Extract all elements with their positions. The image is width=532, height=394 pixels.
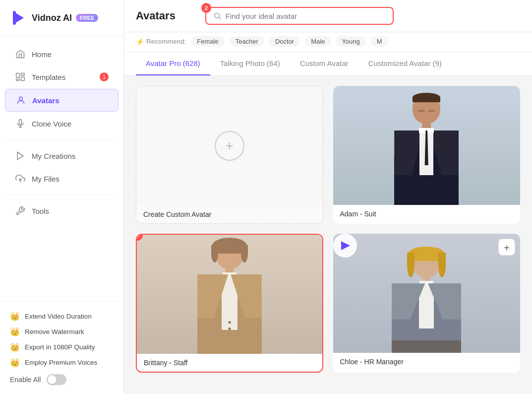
chloe-hr-img: ＋ xyxy=(333,234,521,353)
adam-suit-img xyxy=(333,86,521,205)
svg-rect-2 xyxy=(16,73,20,77)
sidebar-item-clone-voice-label: Clone Voice xyxy=(32,120,71,128)
plus-icon: + xyxy=(215,131,244,161)
chloe-body xyxy=(392,283,461,353)
remove-watermark-label: Remove Watermark xyxy=(25,328,84,335)
remove-watermark-item[interactable]: 👑 Remove Watermark xyxy=(10,324,114,339)
recommend-tag-doctor[interactable]: Doctor xyxy=(269,36,300,47)
sidebar-item-tools[interactable]: Tools xyxy=(5,200,118,222)
tab-talking-photo[interactable]: Talking Photo (64) xyxy=(210,52,290,75)
main-header: Avatars 2 xyxy=(124,0,532,32)
adam-person-bg xyxy=(333,86,521,205)
svg-point-12 xyxy=(215,13,220,18)
avatar-grid-container: + Create Custom Avatar xyxy=(124,76,532,394)
recommend-tag-male[interactable]: Male xyxy=(305,36,331,47)
tab-custom-avatar[interactable]: Custom Avatar xyxy=(290,52,358,75)
brittany-person-bg xyxy=(137,235,322,354)
brittany-staff-label: Brittany - Staff xyxy=(137,354,322,372)
sidebar-nav: Home Templates 1 Avata xyxy=(0,36,123,301)
chloe-hr-label: Chloe - HR Manager xyxy=(333,353,521,371)
tabs-bar: Avatar Pro (628) Talking Photo (64) Cust… xyxy=(124,52,532,76)
enable-all-label: Enable All xyxy=(10,376,41,384)
svg-rect-1 xyxy=(13,11,16,25)
sidebar-item-tools-label: Tools xyxy=(32,207,49,215)
crown-icon-1: 👑 xyxy=(10,312,20,321)
adam-suit-card[interactable]: Adam - Suit xyxy=(333,86,521,224)
recommend-tag-m[interactable]: M xyxy=(371,36,388,47)
svg-rect-3 xyxy=(21,73,25,75)
export-1080p-label: Export in 1080P Quality xyxy=(25,343,95,351)
enable-all-row: Enable All xyxy=(10,370,114,385)
premium-voices-item[interactable]: 👑 Employ Premium Voices xyxy=(10,355,114,370)
chloe-silhouette xyxy=(392,249,461,353)
svg-rect-7 xyxy=(19,120,22,125)
avatars-icon xyxy=(15,95,26,106)
sidebar-item-avatars[interactable]: Avatars xyxy=(5,89,118,112)
recommend-tag-female[interactable]: Female xyxy=(191,36,224,47)
sidebar-item-templates-label: Templates xyxy=(32,73,65,81)
crown-icon-2: 👑 xyxy=(10,327,20,336)
home-icon xyxy=(15,49,26,60)
recommend-tag-young[interactable]: Young xyxy=(336,36,365,47)
export-1080p-item[interactable]: 👑 Export in 1080P Quality xyxy=(10,339,114,355)
recommend-bar: ⚡ Recommend: Female Teacher Doctor Male … xyxy=(124,32,532,52)
sidebar-item-my-creations-label: My Creations xyxy=(32,152,75,160)
search-box[interactable]: 2 xyxy=(205,7,394,25)
extend-video-item[interactable]: 👑 Extend Video Duration xyxy=(10,309,114,324)
tab-avatar-pro[interactable]: Avatar Pro (628) xyxy=(136,52,210,75)
templates-badge: 1 xyxy=(100,72,109,81)
svg-point-6 xyxy=(19,97,23,100)
clone-voice-icon xyxy=(15,118,26,129)
lightning-icon: ⚡ xyxy=(136,38,144,46)
logo-area: Vidnoz AI FREE xyxy=(0,0,123,36)
recommend-tag-teacher[interactable]: Teacher xyxy=(230,36,264,47)
tools-icon xyxy=(15,205,26,216)
logo-text: Vidnoz AI xyxy=(32,13,72,23)
create-custom-avatar-label: Create Custom Avatar xyxy=(136,205,323,223)
templates-icon xyxy=(15,71,26,82)
create-custom-avatar-card[interactable]: + Create Custom Avatar xyxy=(136,86,323,224)
sidebar-item-clone-voice[interactable]: Clone Voice xyxy=(5,113,118,134)
my-creations-icon xyxy=(15,150,26,161)
sidebar-item-avatars-label: Avatars xyxy=(32,96,59,105)
sidebar-item-my-creations[interactable]: My Creations xyxy=(5,145,118,167)
sidebar-bottom: 👑 Extend Video Duration 👑 Remove Waterma… xyxy=(0,301,123,394)
svg-line-13 xyxy=(219,17,221,19)
enable-all-toggle[interactable] xyxy=(47,374,66,385)
chloe-head xyxy=(413,249,440,277)
search-badge: 2 xyxy=(201,3,211,13)
brittany-body xyxy=(197,274,262,354)
avatar-grid: + Create Custom Avatar xyxy=(136,86,520,373)
sidebar-item-home-label: Home xyxy=(32,50,52,59)
crown-icon-4: 👑 xyxy=(10,358,20,367)
tab-customized-avatar[interactable]: Customized Avatar (9) xyxy=(358,52,452,75)
brittany-silhouette xyxy=(197,240,262,354)
search-icon xyxy=(213,11,222,20)
sidebar-item-home[interactable]: Home xyxy=(5,43,118,65)
page-title: Avatars xyxy=(136,9,195,22)
sidebar-divider-2 xyxy=(7,195,116,195)
play-triangle-icon xyxy=(341,241,350,250)
sidebar-item-my-files[interactable]: My Files xyxy=(5,168,118,190)
chloe-play-button[interactable] xyxy=(333,234,357,258)
create-custom-avatar-img: + xyxy=(136,86,323,205)
brittany-staff-card[interactable]: 3 xyxy=(136,234,323,373)
brittany-staff-img xyxy=(137,235,322,354)
vidnoz-logo-icon xyxy=(10,9,28,27)
adam-head xyxy=(413,93,440,124)
adam-suit-label: Adam - Suit xyxy=(333,205,521,223)
svg-rect-4 xyxy=(21,77,25,81)
chloe-hr-card[interactable]: ＋ xyxy=(333,234,521,373)
sidebar-item-templates[interactable]: Templates 1 xyxy=(5,66,118,88)
chloe-add-button[interactable]: ＋ xyxy=(498,239,515,256)
sidebar-divider-1 xyxy=(7,139,116,140)
adam-body xyxy=(394,131,459,205)
chloe-person-bg: ＋ xyxy=(333,234,521,353)
extend-video-label: Extend Video Duration xyxy=(25,313,92,320)
search-input[interactable] xyxy=(226,12,386,20)
premium-voices-label: Employ Premium Voices xyxy=(25,359,97,366)
adam-silhouette xyxy=(394,93,459,205)
crown-icon-3: 👑 xyxy=(10,342,20,352)
my-files-icon xyxy=(15,173,26,184)
plan-badge: FREE xyxy=(76,14,98,22)
